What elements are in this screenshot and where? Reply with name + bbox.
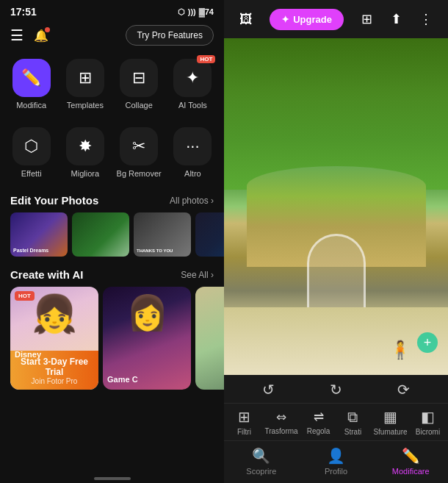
altro-label: Altro: [184, 169, 201, 178]
icon-effetti[interactable]: ⬡ Effetti: [4, 121, 58, 184]
nav-profilo[interactable]: 👤 Profilo: [299, 447, 374, 476]
tool-strati[interactable]: ⧉ Strati: [339, 409, 366, 436]
edit-photos-header: Edit Your Photos All photos ›: [0, 190, 224, 212]
right-top-bar: 🖼 ✦ Upgrade ⊞ ⬆ ⋮: [224, 0, 448, 38]
photo-thumb-4[interactable]: [195, 212, 224, 257]
effetti-label: Effetti: [21, 169, 42, 178]
edit-icon: ✏️: [21, 68, 41, 87]
altro-circle: ···: [173, 127, 212, 165]
ai-section-header: Create with AI See All ›: [0, 265, 224, 287]
try-pro-button[interactable]: Try Pro Features: [126, 25, 214, 46]
ai-tools-circle: ✦ HOT: [173, 59, 212, 97]
regola-label: Regola: [307, 427, 330, 435]
profilo-label: Profilo: [325, 467, 347, 476]
photo-thumb-1[interactable]: Pastel Dreams: [10, 212, 68, 257]
trasforma-icon: ⇔: [276, 409, 286, 425]
left-panel: 17:51 ⬡ ))) ▓74 ☰ 🔔 Try Pro Features ✏️ …: [0, 0, 224, 483]
top-bar-left: ☰ 🔔: [10, 26, 48, 44]
undo-button[interactable]: ↺: [262, 381, 275, 398]
upgrade-button[interactable]: ✦ Upgrade: [270, 9, 344, 30]
ai-section-title: Create with AI: [10, 268, 83, 281]
secondary-icons-grid: ⬡ Effetti ✸ Migliora ✂ Bg Remover ··· Al…: [0, 121, 224, 190]
see-all-link[interactable]: See All ›: [181, 270, 214, 280]
bt-icon: ⬡: [178, 7, 185, 17]
modificare-label: Modificare: [392, 467, 430, 476]
tools-bar: ⊞ Filtri ⇔ Trasforma ⇌ Regola ⧉ Strati ▦…: [224, 403, 448, 440]
person-figure: 🧍: [389, 340, 411, 360]
icon-migliora[interactable]: ✸ Migliora: [58, 121, 112, 184]
ai-thumb-game[interactable]: 👩 Game C: [103, 287, 191, 390]
more-options-icon[interactable]: ⋮: [414, 7, 438, 31]
grid-icon[interactable]: ⊞: [355, 7, 379, 31]
time-display: 17:51: [10, 6, 37, 18]
templates-circle: ⊞: [66, 59, 104, 97]
hot-badge: HOT: [197, 55, 215, 63]
ai-thumb-disney[interactable]: HOT Start 3-Day Free Trial Join Fotor Pr…: [10, 287, 98, 390]
bicromi-label: Bicromi: [416, 428, 440, 436]
photo-library-icon[interactable]: 🖼: [234, 7, 258, 31]
profile-icon: 👤: [327, 447, 345, 465]
modifica-label: Modifica: [16, 101, 46, 110]
migliora-circle: ✸: [66, 127, 104, 165]
notification-badge: [45, 27, 50, 32]
ai-icon: ✦: [186, 68, 199, 87]
all-photos-link[interactable]: All photos ›: [170, 196, 214, 206]
ai-tools-label: AI Tools: [178, 101, 207, 110]
icon-bg-remover[interactable]: ✂ Bg Remover: [112, 121, 166, 184]
bg-remover-circle: ✂: [120, 127, 158, 165]
modifica-circle: ✏️: [12, 59, 51, 97]
effetti-circle: ⬡: [12, 127, 51, 165]
photo-thumb-2[interactable]: [72, 212, 129, 257]
nav-scoprire[interactable]: 🔍 Scoprire: [224, 447, 299, 476]
nav-modificare[interactable]: ✏️ Modificare: [373, 447, 448, 476]
ai-photos-row: HOT Start 3-Day Free Trial Join Fotor Pr…: [0, 287, 224, 473]
photo-overlay-3: THANKS TO YOU: [137, 248, 173, 254]
more-icon: ···: [186, 137, 199, 156]
filtri-label: Filtri: [237, 428, 251, 436]
photo-overlay-1: Pastel Dreams: [13, 248, 48, 254]
collage-circle: ⊟: [120, 59, 158, 97]
menu-icon[interactable]: ☰: [10, 26, 24, 44]
add-overlay-button[interactable]: +: [417, 332, 438, 353]
wifi-icon: ))): [188, 7, 196, 16]
main-photo: + 🧍: [224, 38, 448, 375]
migliora-label: Migliora: [71, 169, 100, 178]
bicromi-icon: ◧: [421, 408, 435, 426]
redo-button[interactable]: ↻: [330, 381, 342, 398]
collage-icon: ⊟: [132, 68, 145, 87]
share-icon[interactable]: ⬆: [385, 7, 408, 31]
icon-altro[interactable]: ··· Altro: [166, 121, 220, 184]
game-label: Game C: [107, 375, 138, 384]
tool-filtri[interactable]: ⊞ Filtri: [230, 408, 258, 436]
scoprire-label: Scoprire: [246, 467, 276, 476]
enhance-icon: ✸: [79, 137, 92, 156]
top-bar: ☰ 🔔 Try Pro Features: [0, 21, 224, 53]
discover-icon: 🔍: [252, 447, 270, 465]
sparkle-icon: ✦: [281, 14, 289, 25]
strati-icon: ⧉: [347, 409, 358, 426]
collage-label: Collage: [125, 101, 152, 110]
photo-thumb-3[interactable]: THANKS TO YOU: [134, 212, 191, 257]
templates-label: Templates: [67, 101, 104, 110]
regola-icon: ⇌: [314, 409, 324, 425]
trial-sub: Join Fotor Pro: [15, 377, 94, 385]
history-button[interactable]: ⟳: [397, 381, 410, 398]
upgrade-label: Upgrade: [293, 14, 332, 25]
icon-ai-tools[interactable]: ✦ HOT AI Tools: [166, 53, 220, 115]
trasforma-label: Trasforma: [264, 427, 297, 435]
bottom-nav: 🔍 Scoprire 👤 Profilo ✏️ Modificare: [224, 440, 448, 483]
edit-photos-title: Edit Your Photos: [10, 194, 98, 207]
ai-thumb-third[interactable]: [195, 287, 224, 390]
tool-regola[interactable]: ⇌ Regola: [305, 409, 333, 435]
tool-bicromi[interactable]: ◧ Bicromi: [414, 408, 442, 436]
notification-bell[interactable]: 🔔: [34, 29, 48, 43]
icon-modifica[interactable]: ✏️ Modifica: [4, 53, 58, 115]
icon-templates[interactable]: ⊞ Templates: [58, 53, 112, 115]
tool-trasforma[interactable]: ⇔ Trasforma: [264, 409, 297, 435]
templates-icon: ⊞: [79, 68, 92, 87]
scissors-icon: ✂: [132, 137, 145, 156]
icon-collage[interactable]: ⊟ Collage: [112, 53, 166, 115]
sfumature-label: Sfumature: [373, 428, 407, 436]
bottom-indicator: [94, 477, 131, 480]
tool-sfumature[interactable]: ▦ Sfumature: [373, 408, 407, 436]
